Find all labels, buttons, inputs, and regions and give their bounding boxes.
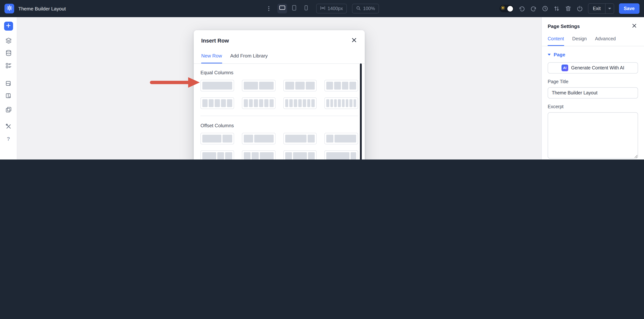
device-mobile-button[interactable] bbox=[301, 4, 311, 13]
save-button[interactable]: Save bbox=[619, 3, 640, 14]
topbar-left-group: Theme Builder Layout bbox=[4, 4, 66, 13]
chevron-down-icon bbox=[608, 8, 611, 9]
question-mark-icon: ? bbox=[7, 136, 10, 142]
theme-toggle[interactable] bbox=[500, 5, 514, 12]
undo-button[interactable] bbox=[518, 5, 525, 12]
row-layout-option[interactable] bbox=[200, 80, 234, 91]
tab-advanced[interactable]: Advanced bbox=[595, 33, 616, 46]
section-title: Offset Columns bbox=[200, 123, 358, 128]
layout-option-grid bbox=[200, 133, 358, 159]
modal-close-button[interactable] bbox=[350, 36, 358, 45]
ai-icon: AI bbox=[562, 64, 568, 71]
more-options-kebab-icon[interactable] bbox=[265, 5, 272, 12]
document-title: Theme Builder Layout bbox=[18, 6, 66, 11]
tools-button[interactable] bbox=[5, 123, 12, 130]
row-layout-option[interactable] bbox=[200, 150, 234, 159]
builder-settings-button[interactable] bbox=[4, 4, 14, 13]
trash-icon[interactable] bbox=[565, 5, 572, 12]
page-settings-panel: Page Settings Content Design Advanced Pa… bbox=[541, 17, 644, 159]
add-content-button[interactable] bbox=[4, 22, 13, 30]
panel-tab-bar: Content Design Advanced bbox=[542, 33, 644, 46]
panel-close-button[interactable] bbox=[630, 22, 638, 30]
toggle-knob bbox=[507, 6, 513, 11]
help-button[interactable]: ? bbox=[5, 135, 12, 142]
page-section-label: Page bbox=[554, 52, 565, 57]
app-window: Theme Builder Layout bbox=[0, 0, 644, 159]
modal-header: Insert Row bbox=[194, 30, 365, 50]
modules-panel-button[interactable] bbox=[5, 62, 12, 69]
row-layout-option[interactable] bbox=[324, 150, 358, 159]
zoom-level-input[interactable]: 100% bbox=[352, 4, 379, 13]
row-layout-option[interactable] bbox=[324, 80, 358, 91]
tab-content[interactable]: Content bbox=[548, 33, 564, 46]
row-layout-option[interactable] bbox=[283, 150, 317, 159]
tablet-icon bbox=[291, 4, 297, 13]
row-layout-option[interactable] bbox=[283, 133, 317, 144]
close-icon bbox=[352, 37, 356, 44]
sort-updown-icon[interactable] bbox=[553, 5, 560, 12]
width-resize-icon bbox=[320, 5, 325, 12]
desktop-icon bbox=[279, 4, 286, 13]
topbar-right-group: Exit Save bbox=[500, 3, 640, 14]
saved-templates-icon bbox=[5, 106, 12, 113]
device-tablet-button[interactable] bbox=[289, 4, 299, 13]
saved-rows-icon bbox=[5, 80, 12, 87]
tools-icon bbox=[5, 123, 12, 130]
row-layout-option[interactable] bbox=[200, 133, 234, 144]
modal-section: Offset Columns bbox=[200, 123, 358, 159]
mobile-icon bbox=[302, 4, 309, 13]
generate-content-ai-button[interactable]: AI Generate Content With AI bbox=[548, 62, 638, 73]
page-section-toggle[interactable]: Page bbox=[548, 52, 638, 57]
excerpt-label: Excerpt bbox=[548, 104, 638, 109]
row-layout-option[interactable] bbox=[242, 133, 276, 144]
zoom-level-value: 100% bbox=[363, 6, 375, 11]
row-layout-option[interactable] bbox=[200, 97, 234, 109]
modal-sections: Equal ColumnsOffset ColumnsMulti-Row Gri… bbox=[200, 70, 358, 159]
saved-columns-icon bbox=[5, 92, 12, 99]
saved-templates-button[interactable] bbox=[5, 106, 12, 113]
sun-icon bbox=[500, 5, 506, 12]
layers-icon bbox=[5, 37, 12, 44]
row-layout-option[interactable] bbox=[242, 97, 276, 109]
layers-panel-button[interactable] bbox=[5, 37, 12, 44]
row-layout-option[interactable] bbox=[242, 150, 276, 159]
panel-header: Page Settings bbox=[542, 17, 644, 33]
section-title: Equal Columns bbox=[200, 70, 358, 75]
modal-scrollbar[interactable] bbox=[360, 63, 362, 159]
excerpt-textarea[interactable] bbox=[548, 112, 638, 159]
exit-button[interactable]: Exit bbox=[588, 4, 605, 13]
row-layout-option[interactable] bbox=[283, 80, 317, 91]
row-layout-option[interactable] bbox=[324, 97, 358, 109]
panel-body: Page AI Generate Content With AI Page Ti… bbox=[542, 52, 644, 159]
layout-option-grid bbox=[200, 80, 358, 109]
section-divider bbox=[200, 116, 358, 116]
modal-title: Insert Row bbox=[201, 38, 229, 44]
device-desktop-button[interactable] bbox=[277, 4, 287, 13]
left-toolbar: ? bbox=[0, 17, 17, 159]
page-title-input[interactable] bbox=[548, 87, 638, 98]
site-data-button[interactable] bbox=[5, 50, 12, 56]
database-icon bbox=[5, 50, 12, 56]
topbar-center-group: 1400px 100% bbox=[265, 0, 379, 17]
tab-new-row[interactable]: New Row bbox=[201, 50, 222, 63]
modal-body: Equal ColumnsOffset ColumnsMulti-Row Gri… bbox=[194, 64, 365, 159]
saved-columns-button[interactable] bbox=[5, 92, 12, 99]
modal-tab-bar: New Row Add From Library bbox=[194, 50, 365, 64]
tab-design[interactable]: Design bbox=[572, 33, 587, 46]
row-layout-option[interactable] bbox=[242, 80, 276, 91]
history-icon[interactable] bbox=[542, 5, 548, 12]
exit-button-group: Exit bbox=[588, 3, 614, 14]
row-layout-option[interactable] bbox=[283, 97, 317, 109]
ai-button-label: Generate Content With AI bbox=[571, 65, 624, 70]
saved-rows-button[interactable] bbox=[5, 80, 12, 87]
top-toolbar: Theme Builder Layout bbox=[0, 0, 644, 17]
close-icon bbox=[632, 23, 636, 29]
redo-button[interactable] bbox=[530, 5, 537, 12]
exit-dropdown-button[interactable] bbox=[605, 4, 614, 13]
power-icon[interactable] bbox=[576, 5, 583, 12]
page-title-label: Page Title bbox=[548, 79, 638, 84]
viewport-width-input[interactable]: 1400px bbox=[316, 4, 347, 13]
row-layout-option[interactable] bbox=[324, 133, 358, 144]
tab-add-from-library[interactable]: Add From Library bbox=[230, 50, 268, 63]
modal-section: Equal Columns bbox=[200, 70, 358, 109]
